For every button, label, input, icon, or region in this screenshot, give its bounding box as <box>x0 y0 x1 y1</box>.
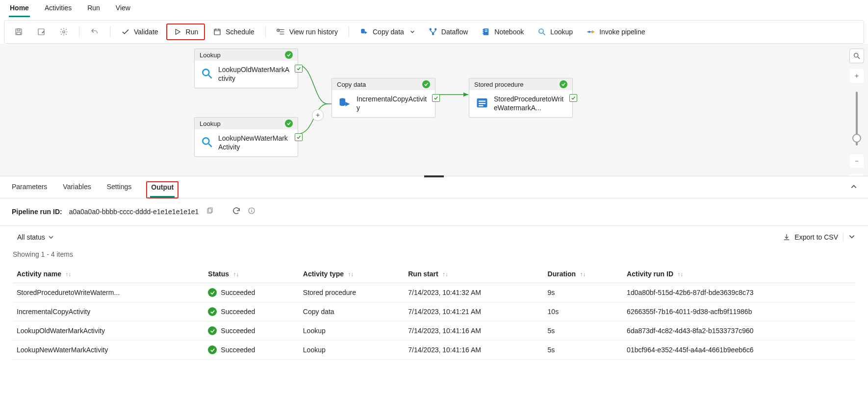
validate-button[interactable]: Validate <box>115 24 164 39</box>
svg-rect-16 <box>485 30 487 31</box>
cell-run-start: 7/14/2023, 10:41:32 AM <box>404 283 543 302</box>
cell-activity-name: StoredProceduretoWriteWaterm... <box>13 283 204 302</box>
invoke-pipeline-button[interactable]: Invoke pipeline <box>581 24 651 39</box>
node-lookup-old[interactable]: Lookup LookupOldWaterMarkActivity <box>194 49 298 88</box>
item-count-text: Showing 1 - 4 items <box>0 248 868 265</box>
zoom-slider-thumb[interactable] <box>852 134 861 143</box>
svg-rect-6 <box>214 29 220 35</box>
success-icon <box>208 288 217 297</box>
table-row[interactable]: IncrementalCopyActivitySucceededCopy dat… <box>13 302 855 321</box>
zoom-slider[interactable] <box>856 92 858 146</box>
check-icon <box>121 27 130 36</box>
settings-button[interactable] <box>53 24 74 39</box>
output-success-port[interactable] <box>295 65 303 73</box>
top-menu: Home Activities Run View <box>0 0 868 17</box>
svg-point-26 <box>203 69 209 75</box>
cell-run-start: 7/14/2023, 10:41:16 AM <box>404 321 543 341</box>
chevron-down-icon <box>48 234 54 240</box>
svg-point-28 <box>203 138 209 144</box>
menu-activities[interactable]: Activities <box>44 4 73 17</box>
svg-line-36 <box>858 57 860 59</box>
node-stored-procedure[interactable]: Stored procedure StoredProceduretoWriteW… <box>469 78 573 118</box>
info-icon[interactable] <box>248 207 255 216</box>
cell-activity-type: Copy data <box>299 302 404 321</box>
node-type-label: Lookup <box>200 51 221 59</box>
col-duration[interactable]: Duration↑↓ <box>544 265 623 283</box>
svg-point-21 <box>539 29 543 33</box>
node-type-label: Stored procedure <box>474 81 523 88</box>
cell-run-id: 1d0a80bf-515d-42b6-87df-bde3639c8c73 <box>623 283 855 302</box>
col-run-start[interactable]: Run start↑↓ <box>404 265 543 283</box>
export-csv-button[interactable]: Export to CSV <box>783 233 838 241</box>
table-row[interactable]: LookupOldWaterMarkActivitySucceededLooku… <box>13 321 855 341</box>
run-id-label: Pipeline run ID: <box>12 208 62 216</box>
tab-variables[interactable]: Variables <box>62 183 92 197</box>
pipeline-canvas[interactable]: Lookup LookupOldWaterMarkActivity Lookup… <box>0 44 868 176</box>
download-icon <box>783 233 791 241</box>
col-status[interactable]: Status↑↓ <box>204 265 299 283</box>
col-activity-run-id[interactable]: Activity run ID↑↓ <box>623 265 855 283</box>
node-copy-data[interactable]: Copy data IncrementalCopyActivity <box>332 78 435 118</box>
save-button[interactable] <box>8 24 29 39</box>
svg-point-13 <box>435 28 436 30</box>
toolbar-separator <box>110 26 110 37</box>
toolbar-separator <box>349 26 349 37</box>
refresh-button[interactable] <box>232 206 241 217</box>
cell-status: Succeeded <box>204 302 299 321</box>
svg-point-12 <box>430 28 431 30</box>
success-icon <box>285 120 293 127</box>
add-activity-button[interactable]: ＋ <box>312 109 324 121</box>
save-as-button[interactable] <box>31 24 51 39</box>
schedule-button[interactable]: Schedule <box>207 24 260 39</box>
menu-home[interactable]: Home <box>9 4 30 17</box>
canvas-search-button[interactable] <box>849 49 864 63</box>
svg-rect-1 <box>17 29 20 31</box>
col-activity-type[interactable]: Activity type↑↓ <box>299 265 404 283</box>
lookup-icon <box>201 67 213 81</box>
zoom-out-button[interactable]: － <box>850 154 864 168</box>
tab-settings[interactable]: Settings <box>106 183 133 197</box>
table-row[interactable]: LookupNewWaterMarkActivitySucceededLooku… <box>13 341 855 360</box>
copy-run-id-button[interactable] <box>205 207 213 216</box>
collapse-panel-button[interactable] <box>850 183 857 196</box>
lookup-button[interactable]: Lookup <box>532 24 579 39</box>
filter-row: All status Export to CSV <box>0 226 868 248</box>
svg-line-27 <box>208 75 212 78</box>
dataflow-button[interactable]: Dataflow <box>423 24 474 39</box>
invoke-pipeline-label: Invoke pipeline <box>599 28 645 36</box>
output-success-port[interactable] <box>295 133 303 141</box>
svg-rect-33 <box>479 103 485 104</box>
output-success-port[interactable] <box>432 94 440 102</box>
output-panel-tabs: Parameters Variables Settings Output <box>0 176 868 198</box>
run-button[interactable]: Run <box>166 24 205 40</box>
sort-icon: ↑↓ <box>348 271 354 278</box>
svg-rect-18 <box>483 29 484 30</box>
notebook-icon <box>482 27 490 36</box>
col-activity-name[interactable]: Activity name↑↓ <box>13 265 204 283</box>
view-run-history-button[interactable]: View run history <box>271 24 344 39</box>
copy-data-button[interactable]: Copy data <box>354 24 421 39</box>
sort-icon: ↑↓ <box>65 271 71 278</box>
undo-button[interactable] <box>84 24 105 39</box>
output-success-port[interactable] <box>569 94 577 102</box>
node-lookup-new[interactable]: Lookup LookupNewWaterMarkActivity <box>194 117 298 157</box>
copy-data-label: Copy data <box>373 28 404 36</box>
activity-runs-table: Activity name↑↓ Status↑↓ Activity type↑↓… <box>13 265 855 360</box>
tab-output[interactable]: Output <box>150 183 175 197</box>
run-label: Run <box>186 28 199 36</box>
notebook-button[interactable]: Notebook <box>476 24 530 39</box>
menu-view[interactable]: View <box>115 4 131 17</box>
svg-rect-32 <box>479 100 485 101</box>
tab-parameters[interactable]: Parameters <box>11 183 48 197</box>
more-options-button[interactable] <box>848 233 855 242</box>
menu-run[interactable]: Run <box>86 4 101 17</box>
sort-icon: ↑↓ <box>580 271 586 278</box>
cell-status: Succeeded <box>204 341 299 360</box>
table-row[interactable]: StoredProceduretoWriteWaterm...Succeeded… <box>13 283 855 302</box>
svg-point-23 <box>588 31 590 33</box>
zoom-in-button[interactable]: ＋ <box>850 69 864 83</box>
status-filter-dropdown[interactable]: All status <box>13 231 58 244</box>
lookup-icon <box>537 27 546 36</box>
lookup-icon <box>201 136 213 150</box>
panel-drag-handle[interactable] <box>424 175 444 177</box>
